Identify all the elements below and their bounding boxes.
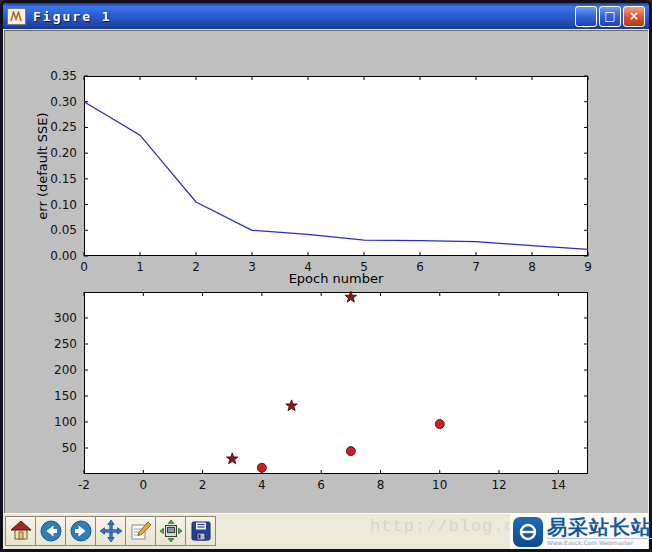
zoom-rect-pencil-icon <box>129 519 153 543</box>
svg-text:0.00: 0.00 <box>50 249 77 263</box>
svg-text:300: 300 <box>54 311 77 325</box>
svg-text:0: 0 <box>139 478 147 492</box>
svg-text:2: 2 <box>199 478 207 492</box>
svg-text:0.10: 0.10 <box>50 198 77 212</box>
navigation-toolbar: http://blog.csd 易采站长站 Www.Easck.Com Webm… <box>4 513 648 549</box>
window-title: Figure 1 <box>33 9 575 24</box>
svg-text:200: 200 <box>54 363 77 377</box>
save-floppy-icon <box>189 519 213 543</box>
svg-text:0.30: 0.30 <box>50 95 77 109</box>
top-plot-xlabel: Epoch number <box>84 271 588 286</box>
forward-button[interactable] <box>65 516 96 546</box>
close-button[interactable]: × <box>623 6 645 27</box>
easck-logo-title: 易采站长站 <box>547 517 652 537</box>
configure-subplots-button[interactable] <box>155 516 186 546</box>
svg-text:0.20: 0.20 <box>50 146 77 160</box>
svg-text:8: 8 <box>377 478 385 492</box>
easck-logo-icon <box>513 517 543 547</box>
svg-text:6: 6 <box>317 478 325 492</box>
back-arrow-icon <box>39 519 63 543</box>
svg-text:100: 100 <box>54 415 77 429</box>
minimize-button[interactable]: _ <box>575 6 597 27</box>
zoom-to-rect-button[interactable] <box>125 516 156 546</box>
svg-text:12: 12 <box>491 478 506 492</box>
svg-text:14: 14 <box>551 478 566 492</box>
top-plot-ylabel: err (default SSE) <box>35 86 51 246</box>
forward-arrow-icon <box>69 519 93 543</box>
svg-text:50: 50 <box>62 441 77 455</box>
svg-text:10: 10 <box>432 478 447 492</box>
svg-text:150: 150 <box>54 389 77 403</box>
svg-text:0.35: 0.35 <box>50 69 77 83</box>
easck-logo: 易采站长站 Www.Easck.Com Webmaster <box>510 514 648 549</box>
pan-button[interactable] <box>95 516 126 546</box>
title-bar[interactable]: Figure 1 _ □ × <box>3 3 649 29</box>
save-button[interactable] <box>185 516 216 546</box>
matplotlib-app-icon <box>7 8 26 25</box>
subplots-config-icon <box>159 519 183 543</box>
svg-text:-2: -2 <box>78 478 90 492</box>
svg-text:0.25: 0.25 <box>50 120 77 134</box>
svg-text:0.05: 0.05 <box>50 223 77 237</box>
home-button[interactable] <box>5 516 36 546</box>
figure-canvas: err (default SSE) 01234567890.000.050.10… <box>4 30 648 517</box>
figure-window: Figure 1 _ □ × err (default SSE) 0123456… <box>0 0 652 552</box>
back-button[interactable] <box>35 516 66 546</box>
svg-text:4: 4 <box>258 478 266 492</box>
maximize-button[interactable]: □ <box>599 6 621 27</box>
easck-logo-subtitle: Www.Easck.Com Webmaster <box>547 538 652 546</box>
home-icon <box>9 519 33 543</box>
top-plot-axes: 01234567890.000.050.100.150.200.250.300.… <box>84 76 588 256</box>
svg-text:250: 250 <box>54 337 77 351</box>
svg-text:0.15: 0.15 <box>50 172 77 186</box>
bottom-plot-axes: -20246810121450100150200250300 <box>84 292 588 474</box>
pan-arrows-icon <box>99 519 123 543</box>
